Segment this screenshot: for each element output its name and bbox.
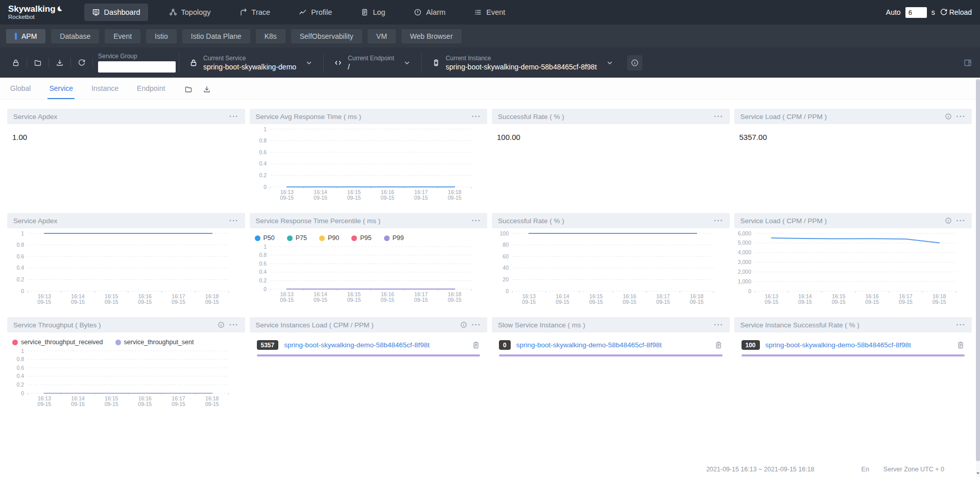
card-menu-button[interactable]: ··· bbox=[229, 321, 239, 328]
instance-link[interactable]: spring-boot-skywalking-demo-58b48465cf-8… bbox=[766, 341, 951, 349]
card-successful-rate-: Successful Rate ( % )···100.00 bbox=[492, 109, 730, 205]
nav-item-log[interactable]: Log bbox=[353, 4, 393, 21]
svg-text:0.6: 0.6 bbox=[259, 149, 267, 155]
dashboard-tab-vm[interactable]: VM bbox=[368, 29, 396, 43]
lock-button[interactable] bbox=[5, 58, 27, 68]
dashboard-tab-selfobservability[interactable]: SelfObservability bbox=[291, 29, 362, 43]
card-menu-button[interactable]: ··· bbox=[472, 113, 482, 120]
copy-icon[interactable] bbox=[714, 341, 723, 349]
svg-text:09-15: 09-15 bbox=[37, 299, 51, 305]
info-icon[interactable] bbox=[460, 321, 467, 328]
dashboard-tab-label: VM bbox=[376, 32, 387, 40]
folder-icon[interactable] bbox=[184, 85, 193, 93]
card-service-apdex: Service Apdex···1.00 bbox=[7, 109, 245, 205]
download-icon[interactable] bbox=[203, 85, 211, 93]
current-service-selector[interactable]: Current Service spring-boot-skywalking-d… bbox=[182, 55, 320, 71]
nav-item-event[interactable]: Event bbox=[466, 4, 513, 21]
svg-text:2,000: 2,000 bbox=[737, 269, 751, 275]
card-header: Service Avg Response Time ( ms )··· bbox=[250, 109, 488, 124]
svg-text:09-15: 09-15 bbox=[414, 297, 428, 303]
refresh-button[interactable] bbox=[71, 58, 93, 68]
instance-link[interactable]: spring-boot-skywalking-demo-58b48465cf-8… bbox=[516, 341, 709, 349]
info-icon[interactable] bbox=[218, 321, 225, 328]
card-menu-button[interactable]: ··· bbox=[472, 217, 482, 224]
svg-text:0: 0 bbox=[21, 288, 24, 294]
card-header: Service Load ( CPM / PPM )··· bbox=[734, 213, 972, 228]
nav-item-alarm[interactable]: Alarm bbox=[406, 4, 453, 21]
svg-text:09-15: 09-15 bbox=[447, 297, 461, 303]
nav-item-dashboard[interactable]: Dashboard bbox=[84, 4, 148, 21]
dashboard-tab-istio[interactable]: Istio bbox=[146, 29, 177, 43]
card-title: Service Apdex bbox=[13, 113, 229, 121]
dashboard-tab-event[interactable]: Event bbox=[105, 29, 140, 43]
dashboard-tab-label: APM bbox=[21, 32, 37, 40]
auto-label: Auto bbox=[886, 8, 901, 16]
legend-item-p90[interactable]: P90 bbox=[319, 234, 339, 242]
auto-interval-input[interactable] bbox=[905, 7, 927, 18]
toolbar-divider bbox=[179, 53, 179, 73]
legend-item-service-throughput-received[interactable]: service_throughput_received bbox=[12, 339, 103, 346]
view-tab-global[interactable]: Global bbox=[10, 84, 31, 99]
svg-text:0.8: 0.8 bbox=[259, 252, 267, 258]
legend-item-p95[interactable]: P95 bbox=[351, 234, 371, 242]
dashboard-tab-k8s[interactable]: K8s bbox=[256, 29, 285, 43]
svg-text:09-15: 09-15 bbox=[899, 299, 913, 305]
dashboard-tab-web-browser[interactable]: Web Browser bbox=[401, 29, 462, 43]
legend-item-p99[interactable]: P99 bbox=[384, 234, 404, 242]
info-button[interactable] bbox=[627, 55, 642, 70]
svg-text:09-15: 09-15 bbox=[138, 401, 152, 407]
copy-icon[interactable] bbox=[472, 341, 480, 349]
card-menu-button[interactable]: ··· bbox=[472, 321, 482, 328]
svg-text:09-15: 09-15 bbox=[347, 195, 361, 201]
card-menu-button[interactable]: ··· bbox=[229, 113, 239, 120]
instance-metric-bar bbox=[499, 354, 723, 356]
dashboard-card-grid: Service Apdex···1.00Service Avg Response… bbox=[0, 100, 980, 413]
info-icon[interactable] bbox=[945, 113, 952, 120]
card-header: Service Load ( CPM / PPM )··· bbox=[734, 109, 972, 124]
sidebar-toggle-icon[interactable] bbox=[964, 59, 972, 67]
view-tab-endpoint[interactable]: Endpoint bbox=[137, 84, 165, 99]
dashboard-tab-database[interactable]: Database bbox=[51, 29, 99, 43]
legend-item-p75[interactable]: P75 bbox=[287, 234, 307, 242]
card-title: Service Avg Response Time ( ms ) bbox=[256, 113, 472, 121]
chevron-down-icon bbox=[403, 59, 411, 67]
nav-item-topology[interactable]: Topology bbox=[161, 4, 219, 21]
dashboard-tab-label: K8s bbox=[265, 32, 277, 40]
log-icon bbox=[361, 8, 369, 16]
card-menu-button[interactable]: ··· bbox=[229, 217, 239, 224]
scrollbar-thumb[interactable] bbox=[976, 79, 980, 461]
export-button[interactable] bbox=[49, 58, 71, 68]
current-instance-selector[interactable]: Current Instance spring-boot-skywalking-… bbox=[425, 55, 621, 71]
reload-button[interactable]: Reload bbox=[940, 8, 972, 16]
card-header: Successful Rate ( % )··· bbox=[492, 213, 730, 228]
legend-dot bbox=[351, 235, 357, 241]
copy-icon[interactable] bbox=[957, 341, 965, 349]
card-menu-button[interactable]: ··· bbox=[957, 321, 966, 328]
legend-item-service-throughput-sent[interactable]: service_throughput_sent bbox=[115, 339, 194, 346]
current-endpoint-selector[interactable]: Current Endpoint / bbox=[327, 55, 418, 71]
info-icon[interactable] bbox=[945, 217, 952, 224]
card-menu-button[interactable]: ··· bbox=[714, 217, 724, 224]
nav-item-profile[interactable]: Profile bbox=[291, 4, 340, 21]
view-tab-service[interactable]: Service bbox=[49, 84, 73, 99]
dashboard-tab-apm[interactable]: APM bbox=[6, 29, 45, 43]
card-menu-button[interactable]: ··· bbox=[957, 113, 966, 120]
scrollbar-down-arrow[interactable] bbox=[976, 471, 980, 476]
card-menu-button[interactable]: ··· bbox=[714, 113, 724, 120]
card-menu-button[interactable]: ··· bbox=[714, 321, 724, 328]
folder-button[interactable] bbox=[27, 58, 49, 68]
reload-icon bbox=[940, 8, 948, 16]
view-tab-instance[interactable]: Instance bbox=[91, 84, 118, 99]
dashboard-tab-label: Database bbox=[60, 32, 90, 40]
dashboard-tab-istio-data-plane[interactable]: Istio Data Plane bbox=[182, 29, 250, 43]
svg-text:09-15: 09-15 bbox=[798, 299, 812, 305]
language-switcher[interactable]: En bbox=[862, 466, 869, 473]
svg-text:0.2: 0.2 bbox=[16, 276, 24, 282]
card-header: Service Response Time Percentile ( ms )·… bbox=[250, 213, 488, 228]
card-menu-button[interactable]: ··· bbox=[957, 217, 966, 224]
legend-item-p50[interactable]: P50 bbox=[255, 234, 275, 242]
nav-item-trace[interactable]: Trace bbox=[232, 4, 278, 21]
instance-link[interactable]: spring-boot-skywalking-demo-58b48465cf-8… bbox=[284, 341, 466, 349]
service-group-input[interactable] bbox=[98, 61, 176, 73]
line-chart: 01,0002,0003,0004,0005,0006,00016:1309-1… bbox=[734, 229, 962, 306]
